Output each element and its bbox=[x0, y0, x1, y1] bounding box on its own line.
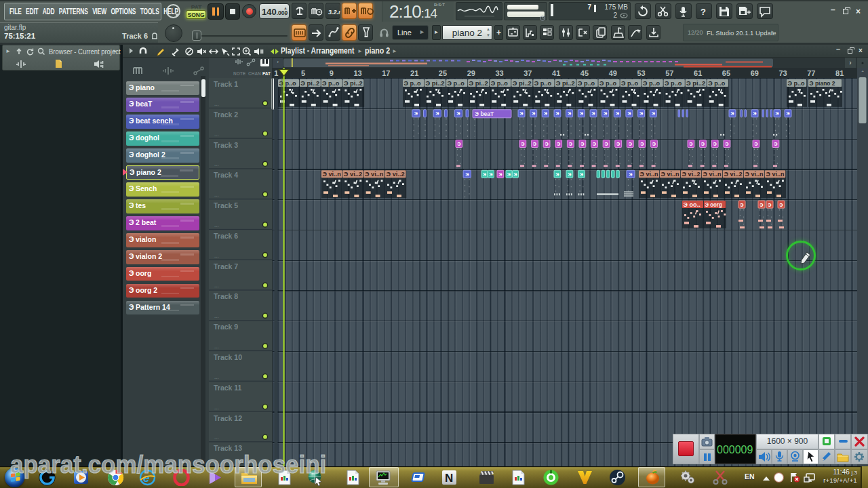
svg-text:Э: Э bbox=[775, 110, 779, 117]
svg-text:Э: Э bbox=[507, 171, 511, 178]
svg-text:PAT: PAT bbox=[262, 71, 271, 76]
svg-text:...: ... bbox=[214, 374, 219, 380]
svg-text:Э: Э bbox=[627, 110, 631, 117]
svg-text:Э: Э bbox=[457, 141, 461, 147]
svg-text:49: 49 bbox=[609, 69, 617, 77]
svg-text:Э p..o: Э p..o bbox=[534, 80, 551, 87]
svg-text:...: ... bbox=[214, 222, 219, 228]
svg-text:Э p..o: Э p..o bbox=[621, 80, 638, 87]
svg-text:Track 1: Track 1 bbox=[214, 80, 238, 88]
svg-text:25: 25 bbox=[439, 69, 447, 77]
svg-text:Э: Э bbox=[456, 110, 460, 117]
svg-text:Э oorg: Э oorg bbox=[705, 201, 722, 208]
svg-text:Э: Э bbox=[786, 110, 790, 117]
svg-text:Э: Э bbox=[545, 141, 549, 147]
svg-text:Э: Э bbox=[753, 110, 757, 117]
svg-text:73: 73 bbox=[778, 69, 787, 77]
svg-text:Track 4: Track 4 bbox=[214, 171, 238, 179]
svg-text:3.2.ı: 3.2.ı bbox=[328, 9, 340, 16]
svg-text:17: 17 bbox=[382, 69, 390, 77]
svg-text:Track 9: Track 9 bbox=[214, 323, 238, 331]
svg-text:Э pi..2: Э pi..2 bbox=[469, 80, 488, 87]
svg-text:53: 53 bbox=[637, 69, 645, 77]
svg-text:Э: Э bbox=[640, 141, 644, 147]
svg-text:Э: Э bbox=[533, 141, 537, 147]
svg-text:Э: Э bbox=[713, 141, 717, 147]
svg-text:21: 21 bbox=[410, 69, 418, 77]
svg-text:Э: Э bbox=[701, 141, 705, 147]
svg-text:Э: Э bbox=[629, 171, 633, 178]
svg-text:Э: Э bbox=[768, 202, 772, 208]
svg-text:Э vi..2: Э vi..2 bbox=[387, 171, 406, 178]
svg-text:Э: Э bbox=[580, 141, 585, 147]
svg-text:CHAN: CHAN bbox=[248, 71, 261, 76]
svg-text:Э: Э bbox=[568, 171, 572, 178]
svg-text:Э piano 2: Э piano 2 bbox=[810, 80, 835, 87]
svg-text:...: ... bbox=[214, 161, 219, 167]
svg-text:Э: Э bbox=[580, 171, 584, 178]
svg-text:Э p..o: Э p..o bbox=[404, 80, 421, 87]
svg-text:Э: Э bbox=[498, 171, 502, 178]
svg-text:Э: Э bbox=[532, 110, 536, 117]
svg-text:Э: Э bbox=[580, 110, 584, 117]
svg-text:Э vi..n: Э vi..n bbox=[323, 171, 341, 178]
svg-text:13: 13 bbox=[353, 69, 361, 77]
svg-text:...: ... bbox=[214, 283, 219, 289]
svg-text:...: ... bbox=[214, 344, 219, 350]
svg-text:Э: Э bbox=[689, 141, 693, 147]
svg-text:Э: Э bbox=[435, 110, 439, 117]
svg-text:Э: Э bbox=[725, 141, 729, 147]
svg-text:Э vi..n: Э vi..n bbox=[365, 171, 383, 178]
svg-text:1: 1 bbox=[274, 69, 278, 77]
svg-text:Э: Э bbox=[465, 171, 469, 178]
svg-text:Э: Э bbox=[616, 110, 620, 117]
svg-text:Э pi..2: Э pi..2 bbox=[300, 80, 319, 87]
svg-text:Э: Э bbox=[593, 141, 597, 147]
svg-text:9: 9 bbox=[330, 69, 334, 77]
svg-text:Э: Э bbox=[568, 110, 572, 117]
svg-text:Э: Э bbox=[591, 110, 595, 117]
svg-text:69: 69 bbox=[751, 69, 759, 77]
svg-text:NOTE: NOTE bbox=[233, 71, 246, 76]
svg-text:Э: Э bbox=[489, 171, 493, 178]
svg-text:Э p..o: Э p..o bbox=[448, 80, 465, 87]
svg-text:Э: Э bbox=[569, 141, 573, 147]
svg-text:Track 3: Track 3 bbox=[214, 141, 238, 149]
svg-text:Э: Э bbox=[774, 141, 778, 147]
svg-text:Э pi..2: Э pi..2 bbox=[344, 80, 363, 87]
svg-text:29: 29 bbox=[467, 69, 475, 77]
svg-text:Э: Э bbox=[521, 141, 525, 147]
svg-text:Track 10: Track 10 bbox=[214, 353, 242, 361]
svg-text:Э p..o: Э p..o bbox=[322, 80, 339, 87]
svg-text:Track 8: Track 8 bbox=[214, 292, 238, 300]
svg-text:Э: Э bbox=[513, 171, 517, 178]
svg-text:Э: Э bbox=[557, 141, 561, 147]
svg-text:Track 7: Track 7 bbox=[214, 262, 238, 270]
svg-text:Э: Э bbox=[414, 110, 418, 117]
svg-text:Э pi..2: Э pi..2 bbox=[686, 80, 705, 87]
svg-text:Э: Э bbox=[652, 110, 656, 117]
svg-text:Э: Э bbox=[730, 110, 734, 117]
svg-text:?: ? bbox=[701, 7, 706, 17]
svg-text:...: ... bbox=[214, 313, 219, 319]
svg-text:61: 61 bbox=[694, 69, 702, 77]
svg-text:Э pi..2: Э pi..2 bbox=[556, 80, 575, 87]
svg-text:Э vi..n: Э vi..n bbox=[745, 171, 764, 178]
svg-text:Э p..o: Э p..o bbox=[578, 80, 595, 87]
svg-text:Track 11: Track 11 bbox=[214, 384, 242, 392]
svg-text:›: › bbox=[849, 59, 851, 66]
svg-text:Э p..o: Э p..o bbox=[788, 80, 805, 87]
svg-text:Э p..o: Э p..o bbox=[491, 80, 508, 87]
svg-text:Э: Э bbox=[483, 171, 487, 178]
svg-text:...: ... bbox=[214, 192, 219, 198]
svg-text:Э: Э bbox=[639, 110, 644, 117]
svg-text:Track 5: Track 5 bbox=[214, 201, 238, 209]
svg-text:Track 6: Track 6 bbox=[214, 232, 238, 240]
svg-text:...: ... bbox=[214, 253, 219, 259]
svg-text:Э: Э bbox=[779, 202, 783, 208]
svg-text:77: 77 bbox=[807, 69, 815, 77]
svg-text:Э p..o: Э p..o bbox=[643, 80, 660, 87]
svg-text:Э vi..n: Э vi..n bbox=[766, 171, 785, 178]
svg-text:...: ... bbox=[214, 101, 219, 107]
svg-text:Э: Э bbox=[740, 202, 744, 208]
